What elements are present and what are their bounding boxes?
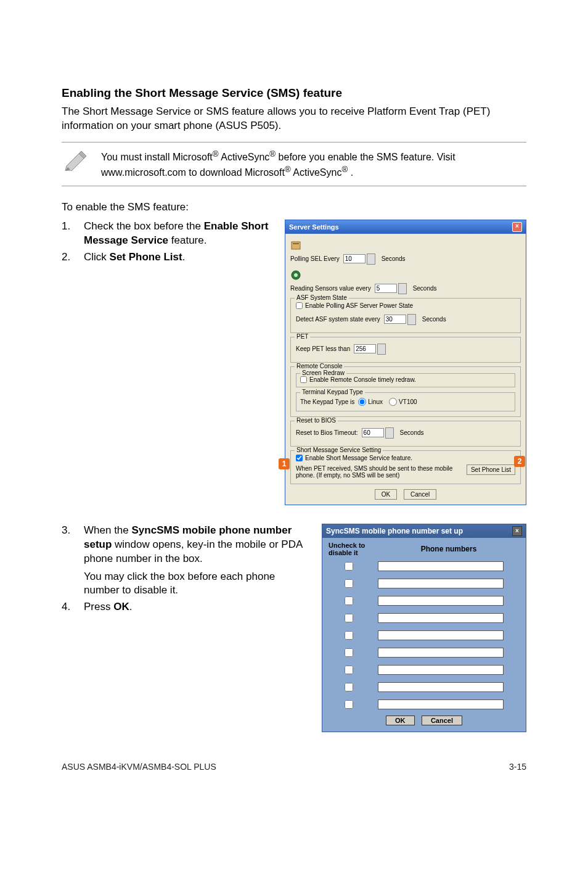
- intro-text: The Short Message Service or SMS feature…: [62, 105, 526, 133]
- phone-number-input[interactable]: [378, 613, 504, 623]
- polling-label: Polling SEL Every: [290, 255, 340, 262]
- spin-buttons[interactable]: [377, 344, 386, 355]
- phone-enable-checkbox[interactable]: [345, 579, 353, 588]
- phone-number-input[interactable]: [378, 682, 504, 692]
- pet-fieldset: PET Keep PET less than: [290, 337, 521, 363]
- phone-enable-checkbox[interactable]: [345, 666, 353, 674]
- close-icon[interactable]: ×: [512, 222, 522, 232]
- phone-number-input[interactable]: [378, 596, 504, 606]
- polling-input[interactable]: [343, 254, 365, 263]
- ok-button[interactable]: OK: [375, 489, 397, 500]
- screen-redraw-fieldset: Screen Redraw Enable Remote Console time…: [296, 373, 515, 387]
- sms-enable-checkbox[interactable]: Enable Short Message Service feature.: [296, 455, 412, 461]
- section-title: Enabling the Short Message Service (SMS)…: [62, 86, 526, 100]
- phone-row: [329, 681, 520, 693]
- spin-buttons[interactable]: [385, 427, 394, 439]
- dialog-title: Server Settings: [289, 223, 339, 231]
- dialog-titlebar: Server Settings ×: [285, 220, 526, 234]
- svg-point-3: [294, 273, 298, 277]
- svg-rect-1: [293, 243, 299, 244]
- phone-row: [329, 698, 520, 711]
- syncsms-title: SyncSMS mobile phone number set up: [326, 527, 463, 535]
- svg-rect-0: [292, 242, 300, 249]
- note-text: You must install Microsoft® ActiveSync® …: [101, 149, 526, 179]
- keypad-linux-radio[interactable]: Linux: [358, 398, 383, 406]
- set-phone-list-button[interactable]: Set Phone List: [467, 464, 515, 475]
- marker-1: 1: [279, 458, 290, 469]
- reset-input[interactable]: [362, 428, 384, 437]
- reset-bios-fieldset: Reset to BIOS Reset to Bios Timeout: Sec…: [290, 421, 521, 447]
- remote-console-fieldset: Remote Console Screen Redraw Enable Remo…: [290, 366, 521, 417]
- asf-detect-label: Detect ASF system state every: [296, 316, 380, 323]
- screen-legend: Screen Redraw: [300, 369, 346, 376]
- instr-lead: To enable the SMS feature:: [62, 201, 526, 213]
- phone-enable-checkbox[interactable]: [345, 648, 353, 657]
- server-settings-dialog: Server Settings × Polling SEL Every Seco…: [285, 220, 526, 505]
- keypad-label: The Keypad Type is: [300, 398, 354, 405]
- keypad-fieldset: Terminal Keypad Type The Keypad Type is …: [296, 392, 515, 411]
- phone-number-input[interactable]: [378, 579, 504, 588]
- pencil-icon: [63, 149, 90, 171]
- syncsms-dialog: SyncSMS mobile phone number set up × Unc…: [322, 524, 526, 732]
- reading-input[interactable]: [375, 284, 397, 293]
- reading-label: Reading Sensors value every: [290, 285, 371, 292]
- pet-legend: PET: [295, 333, 310, 340]
- pet-label: Keep PET less than: [296, 345, 350, 352]
- asf-fieldset: ASF System State Enable Polling ASF Serv…: [290, 298, 521, 333]
- pet-input[interactable]: [354, 344, 376, 353]
- spin-buttons[interactable]: [407, 314, 416, 325]
- phone-enable-checkbox[interactable]: [345, 700, 353, 709]
- phone-row: [329, 595, 520, 607]
- keypad-vt100-radio[interactable]: VT100: [389, 398, 417, 406]
- phone-number-input[interactable]: [378, 648, 504, 658]
- reset-legend: Reset to BIOS: [295, 417, 338, 424]
- close-icon[interactable]: ×: [512, 526, 522, 536]
- seconds-label: Seconds: [422, 316, 446, 323]
- keypad-legend: Terminal Keypad Type: [300, 389, 365, 395]
- step-item: 4. Press OK.: [62, 600, 311, 614]
- phone-row: [329, 646, 520, 659]
- asf-enable-checkbox[interactable]: Enable Polling ASF Server Power State: [296, 302, 413, 309]
- page-footer: ASUS ASMB4-iKVM/ASMB4-SOL PLUS 3-15: [62, 762, 526, 772]
- ok-button[interactable]: OK: [386, 716, 415, 725]
- step-item: 1.Check the box before the Enable Short …: [62, 220, 274, 248]
- phone-enable-checkbox[interactable]: [345, 562, 353, 571]
- screen-redraw-checkbox[interactable]: Enable Remote Console timely redraw.: [300, 376, 416, 383]
- phone-enable-checkbox[interactable]: [345, 631, 353, 640]
- phone-number-input[interactable]: [378, 699, 504, 709]
- reset-label: Reset to Bios Timeout:: [296, 429, 358, 436]
- seconds-label: Seconds: [400, 429, 424, 436]
- footer-right: 3-15: [509, 762, 526, 772]
- sms-legend: Short Message Service Setting: [295, 447, 383, 453]
- seconds-label: Seconds: [382, 255, 406, 262]
- uncheck-header: Uncheck todisable it: [329, 542, 378, 556]
- footer-left: ASUS ASMB4-iKVM/ASMB4-SOL PLUS: [62, 762, 216, 772]
- phone-numbers-header: Phone numbers: [378, 545, 520, 553]
- seconds-label: Seconds: [413, 285, 437, 292]
- spin-buttons[interactable]: [398, 283, 407, 294]
- step-item: 2.Click Set Phone List.: [62, 250, 274, 265]
- spin-buttons[interactable]: [367, 254, 375, 265]
- sensor-icon: [290, 270, 303, 281]
- cancel-button[interactable]: Cancel: [422, 716, 462, 725]
- step-item: 3.When the SyncSMS mobile phone number s…: [62, 524, 311, 598]
- phone-number-input[interactable]: [378, 630, 504, 640]
- asf-legend: ASF System State: [295, 294, 349, 301]
- note-block: You must install Microsoft® ActiveSync® …: [62, 142, 526, 186]
- remote-legend: Remote Console: [295, 363, 344, 369]
- phone-enable-checkbox[interactable]: [345, 596, 353, 605]
- phone-number-input[interactable]: [378, 665, 504, 675]
- sel-icon: [290, 240, 303, 251]
- phone-row: [329, 664, 520, 676]
- phone-enable-checkbox[interactable]: [345, 614, 353, 622]
- phone-row: [329, 629, 520, 642]
- asf-detect-input[interactable]: [384, 315, 406, 324]
- cancel-button[interactable]: Cancel: [404, 489, 436, 500]
- phone-number-input[interactable]: [378, 561, 504, 571]
- sms-fieldset: Short Message Service Setting 1 Enable S…: [290, 450, 521, 484]
- phone-row: [329, 577, 520, 590]
- phone-row: [329, 612, 520, 624]
- phone-enable-checkbox[interactable]: [345, 683, 353, 691]
- syncsms-titlebar: SyncSMS mobile phone number set up ×: [322, 524, 526, 538]
- marker-2: 2: [514, 456, 525, 467]
